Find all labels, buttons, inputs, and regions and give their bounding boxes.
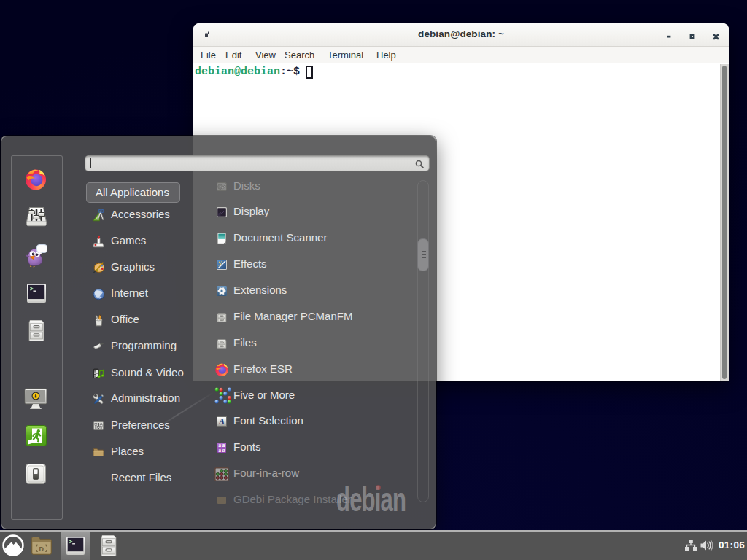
svg-text:a: a	[218, 447, 221, 454]
svg-text:a: a	[222, 447, 225, 454]
svg-text:A: A	[218, 416, 225, 427]
svg-text:D: D	[39, 545, 44, 553]
